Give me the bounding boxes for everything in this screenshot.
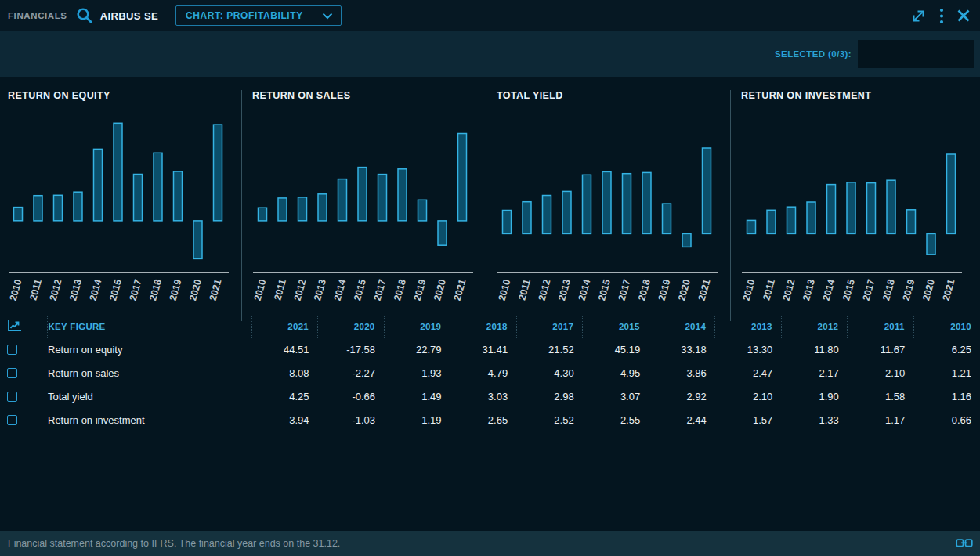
cell-value: 1.21 xyxy=(913,361,980,385)
x-axis-label: 2018 xyxy=(881,278,897,302)
cell-value: 2.65 xyxy=(450,408,517,431)
close-icon[interactable] xyxy=(956,9,971,23)
bar-2019 xyxy=(418,200,427,221)
bar-chart: 2010201120122013201420152017201820192020… xyxy=(489,78,733,313)
bar-2021 xyxy=(703,148,711,233)
cell-value: 3.07 xyxy=(583,385,649,408)
row-checkbox[interactable] xyxy=(7,415,17,425)
link-icon[interactable] xyxy=(956,536,973,553)
year-column-header: 2018 xyxy=(450,316,517,338)
table-header-row: KEY FIGURE 20212020201920182017201520142… xyxy=(0,316,980,338)
cell-value: -0.66 xyxy=(318,385,385,408)
x-axis-label: 2017 xyxy=(372,278,389,302)
bar-2010 xyxy=(14,208,23,221)
cell-value: 1.58 xyxy=(848,385,914,408)
year-column-header: 2010 xyxy=(913,316,980,338)
top-bar: FINANCIALS AIRBUS SE CHART: PROFITABILIT… xyxy=(0,0,980,31)
cell-value: 4.79 xyxy=(450,361,517,385)
x-axis-label: 2011 xyxy=(27,278,44,301)
bar-2013 xyxy=(318,194,327,221)
x-axis-label: 2012 xyxy=(537,278,553,302)
search-icon[interactable] xyxy=(75,6,94,25)
chart-title: TOTAL YIELD xyxy=(497,90,563,101)
x-axis-label: 2010 xyxy=(252,278,269,302)
x-axis-label: 2013 xyxy=(67,278,84,302)
year-column-header: 2015 xyxy=(583,316,649,338)
bar-2019 xyxy=(174,171,183,221)
x-axis-label: 2015 xyxy=(841,278,857,302)
bar-2019 xyxy=(907,210,916,234)
row-label: Return on equity xyxy=(47,338,251,361)
row-checkbox[interactable] xyxy=(7,345,17,355)
bar-chart: 2010201120122013201420152017201820192020… xyxy=(0,78,244,313)
bar-2015 xyxy=(602,171,611,233)
bar-2018 xyxy=(398,169,407,221)
bar-chart: 2010201120122013201420152017201820192020… xyxy=(733,78,978,313)
selection-box[interactable] xyxy=(858,40,974,68)
bar-2011 xyxy=(523,202,531,234)
x-axis-label: 2019 xyxy=(901,278,917,302)
x-axis-label: 2021 xyxy=(452,278,468,302)
bar-2018 xyxy=(154,153,162,221)
x-axis-label: 2019 xyxy=(412,278,429,302)
x-axis-label: 2017 xyxy=(617,278,633,302)
x-axis-label: 2019 xyxy=(168,278,184,302)
table-row: Return on investment3.94-1.031.192.652.5… xyxy=(0,408,980,431)
bar-2013 xyxy=(807,202,815,233)
footer-note: Financial statement according to IFRS. T… xyxy=(8,538,340,549)
bar-2021 xyxy=(458,134,467,221)
kebab-menu-icon[interactable] xyxy=(939,8,944,24)
x-axis-label: 2011 xyxy=(761,278,777,301)
chart-panel: RETURN ON INVESTMENT20102011201220132014… xyxy=(733,78,978,313)
chart-title: RETURN ON EQUITY xyxy=(8,90,110,101)
x-axis-label: 2021 xyxy=(696,278,713,302)
row-label: Total yield xyxy=(47,385,251,408)
x-axis-label: 2011 xyxy=(272,278,288,301)
selection-toolbar: SELECTED (0/3): xyxy=(0,31,980,77)
bar-2013 xyxy=(562,191,571,233)
cell-value: -1.03 xyxy=(318,408,385,431)
x-axis-label: 2020 xyxy=(432,278,448,302)
x-axis-label: 2020 xyxy=(920,278,937,302)
bar-2021 xyxy=(214,125,222,221)
year-column-header: 2012 xyxy=(781,316,848,338)
bar-2012 xyxy=(54,195,63,220)
footer: Financial statement according to IFRS. T… xyxy=(0,531,980,556)
expand-icon[interactable] xyxy=(910,8,927,24)
cell-value: 33.18 xyxy=(649,338,715,361)
chart-toggle-header[interactable] xyxy=(0,316,47,338)
cell-value: 3.03 xyxy=(450,385,517,408)
charts: RETURN ON EQUITY201020112012201320142015… xyxy=(0,77,980,313)
bar-2013 xyxy=(74,192,82,221)
cell-value: 44.51 xyxy=(251,338,318,361)
x-axis-label: 2020 xyxy=(187,278,204,302)
key-figures-table-wrap: KEY FIGURE 20212020201920182017201520142… xyxy=(0,316,980,431)
bar-2015 xyxy=(847,182,855,234)
bar-2011 xyxy=(278,198,287,221)
cell-value: 1.90 xyxy=(781,385,848,408)
cell-value: 2.92 xyxy=(649,385,715,408)
bar-2020 xyxy=(193,221,202,259)
chart-selector-dropdown[interactable]: CHART: PROFITABILITY xyxy=(175,5,342,26)
x-axis-label: 2018 xyxy=(636,278,653,302)
row-checkbox[interactable] xyxy=(7,392,17,402)
row-label: Return on investment xyxy=(47,408,251,431)
bar-2018 xyxy=(887,180,895,233)
row-label: Return on sales xyxy=(47,361,251,385)
app-title: FINANCIALS xyxy=(8,11,67,20)
x-axis-label: 2020 xyxy=(676,278,693,302)
chart-icon[interactable] xyxy=(6,318,23,333)
bar-2012 xyxy=(787,207,796,233)
bar-2014 xyxy=(338,179,347,221)
x-axis-label: 2019 xyxy=(656,278,673,302)
x-axis-label: 2015 xyxy=(596,278,613,302)
cell-value: 4.25 xyxy=(251,385,318,408)
cell-value: 2.10 xyxy=(848,361,914,385)
row-checkbox[interactable] xyxy=(7,368,17,378)
cell-value: 1.17 xyxy=(848,408,914,431)
x-axis-label: 2010 xyxy=(8,278,24,302)
bar-2014 xyxy=(827,185,836,234)
x-axis-label: 2013 xyxy=(801,278,817,302)
cell-value: 2.55 xyxy=(583,408,649,431)
cell-value: 2.10 xyxy=(715,385,782,408)
